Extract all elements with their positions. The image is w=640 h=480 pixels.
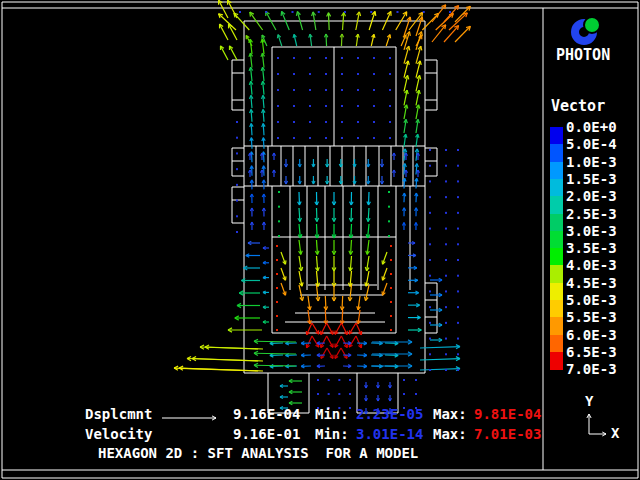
vector-arrow (179, 368, 263, 371)
vector-dot (349, 393, 351, 395)
vector-dot (293, 121, 295, 123)
vector-dot (457, 228, 459, 230)
vector-dot (328, 379, 330, 381)
vector-dot (415, 393, 417, 395)
legend-swatch (550, 248, 563, 266)
vector-dot (388, 220, 390, 222)
vector-dot (236, 184, 238, 186)
vector-dot (457, 322, 459, 324)
vector-dot (389, 89, 391, 91)
vector-arrow-head (296, 12, 297, 16)
vector-dot (338, 393, 340, 395)
analysis-title: HEXAGON 2D : SFT ANALYSIS FOR A MODEL (98, 446, 418, 460)
vector-dot (390, 329, 392, 331)
vector-dot (445, 290, 447, 292)
vector-dot (239, 11, 241, 13)
vector-dot (293, 73, 295, 75)
vector-arrow-head (301, 267, 302, 271)
displacement-min-value: 2.23E-05 (356, 407, 423, 421)
vector-dot (415, 379, 417, 381)
velocity-label: Velocity (85, 427, 152, 441)
vector-dot (357, 89, 359, 91)
legend-swatch (550, 300, 563, 318)
vector-arrow (254, 341, 296, 342)
vector-dot (293, 57, 295, 59)
vector-dot (293, 89, 295, 91)
vector-dot (277, 105, 279, 107)
vector-dot (236, 231, 238, 233)
legend-swatch (550, 162, 563, 180)
vector-dot (429, 275, 431, 277)
vector-dot (388, 191, 390, 193)
vector-dot (373, 121, 375, 123)
vector-dot (389, 105, 391, 107)
vector-dot (390, 287, 392, 289)
displacement-min-label: Min: (315, 407, 349, 421)
legend-swatch (550, 144, 563, 162)
brand-label: PHOTON (556, 48, 610, 63)
vector-dot (445, 353, 447, 355)
vector-dot (389, 137, 391, 139)
vector-dot (309, 137, 311, 139)
vector-arrow (420, 359, 460, 360)
vector-dot (457, 196, 459, 198)
vector-dot (278, 235, 280, 237)
vector-dot (390, 315, 392, 317)
vector-dot (325, 105, 327, 107)
vector-arrow-head (310, 306, 311, 310)
vector-dot (276, 287, 278, 289)
vector-dot (445, 212, 447, 214)
legend-swatch (550, 196, 563, 214)
vector-dot (445, 243, 447, 245)
vector-dot (445, 275, 447, 277)
vector-dot (429, 196, 431, 198)
vector-dot (325, 137, 327, 139)
vector-dot (445, 180, 447, 182)
legend-tick-label: 5.5E-3 (566, 310, 617, 324)
vector-arrow (328, 13, 329, 30)
vector-dot (429, 306, 431, 308)
vector-dot (445, 338, 447, 340)
vector-arrow-head (302, 282, 303, 286)
vector-dot (341, 57, 343, 59)
legend-tick-label: 6.5E-3 (566, 345, 617, 359)
vector-dot (373, 137, 375, 139)
vector-arrow (420, 347, 460, 348)
vector-dot (341, 73, 343, 75)
legend-swatch (550, 127, 563, 145)
legend-tick-label: 2.0E-3 (566, 189, 617, 203)
velocity-scale-value: 9.16E-01 (233, 427, 300, 441)
vector-dot (445, 306, 447, 308)
legend-tick-label: 6.0E-3 (566, 328, 617, 342)
vector-dot (277, 89, 279, 91)
legend-swatch (550, 231, 563, 249)
legend-swatch (550, 283, 563, 301)
vector-dot (390, 273, 392, 275)
legend-tick-label: 4.0E-3 (566, 258, 617, 272)
vector-dot (457, 212, 459, 214)
legend-tick-label: 3.0E-3 (566, 224, 617, 238)
vector-dot (357, 73, 359, 75)
velocity-min-value: 3.01E-14 (356, 427, 423, 441)
vector-dot (429, 322, 431, 324)
vector-dot (317, 379, 319, 381)
vector-dot (370, 11, 372, 13)
legend-swatch (550, 317, 563, 335)
vector-dot (357, 57, 359, 59)
vector-dot (429, 290, 431, 292)
vector-dot (276, 315, 278, 317)
vector-dot (236, 168, 238, 170)
vector-dot (390, 259, 392, 261)
vector-dot (390, 245, 392, 247)
vector-dot (276, 301, 278, 303)
vector-arrow-head (285, 260, 286, 264)
vector-dot (293, 137, 295, 139)
vector-dot (445, 228, 447, 230)
vector-dot (277, 73, 279, 75)
legend-swatch (550, 179, 563, 197)
vector-dot (373, 57, 375, 59)
vector-dot (357, 121, 359, 123)
photon-app-window: PHOTON Vector 0.0E+05.0E-41.0E-31.5E-32.… (0, 0, 640, 480)
vector-dot (276, 245, 278, 247)
vector-dot (236, 121, 238, 123)
